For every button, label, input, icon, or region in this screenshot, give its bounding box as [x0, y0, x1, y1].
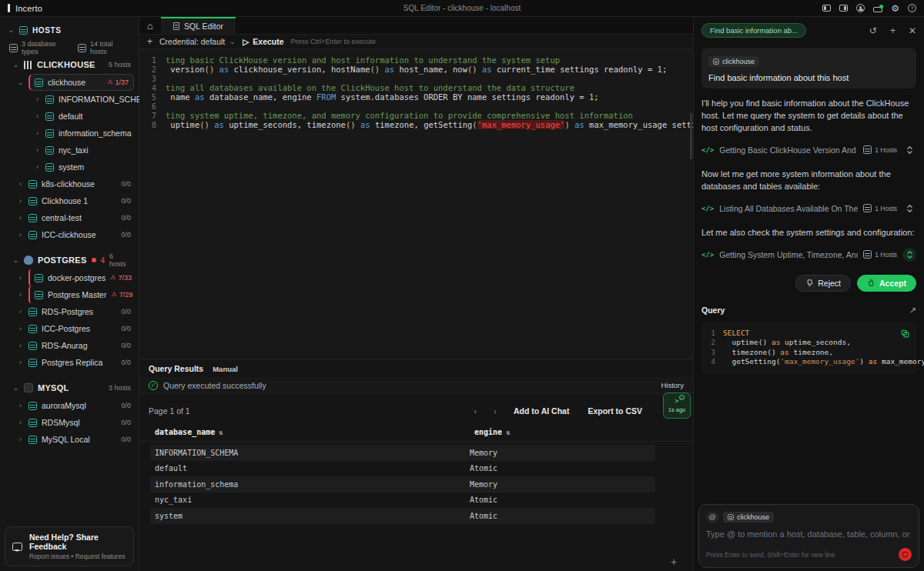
sidebar-group-clickhouse[interactable]: ⌄ CLICKHOUSE 5 hosts [0, 55, 139, 74]
hosts-count-badge: 1 Hosts [863, 145, 897, 154]
sidebar-db-information-schema-upper[interactable]: › INFORMATION_SCHEMA [0, 91, 139, 108]
sidebar-host-auroramysql[interactable]: › auroraMysql 0/0 [0, 397, 139, 414]
close-icon[interactable]: ✕ [909, 25, 916, 36]
chevron-right-icon[interactable]: › [17, 198, 24, 205]
chevron-right-icon[interactable]: › [17, 275, 24, 282]
chat-input-box[interactable]: @ clickhouse Press Enter to send, Shift+… [698, 504, 919, 568]
expand-chevrons-icon[interactable] [902, 202, 916, 215]
chevron-right-icon[interactable]: › [17, 402, 24, 409]
add-to-ai-chat-button[interactable]: Add to AI Chat [514, 406, 570, 416]
sidebar-host-k8s-clickhouse[interactable]: › k8s-clickhouse 0/0 [0, 175, 139, 192]
connection-status-icon[interactable] [873, 7, 882, 12]
sidebar-db-default[interactable]: › default [0, 108, 139, 125]
sidebar-db-nyc-taxi[interactable]: › nyc_taxi [0, 142, 139, 159]
query-status-bar: ✓ Query executed successfully [139, 377, 693, 394]
sidebar-host-icc-postgres[interactable]: › ICC-Postgres 0/0 [0, 320, 139, 337]
chevron-down-icon[interactable]: ⌄ [12, 385, 19, 392]
chevron-right-icon[interactable]: › [34, 147, 41, 154]
help-icon[interactable]: ? [908, 4, 916, 12]
export-to-csv-button[interactable]: Export to CSV [588, 406, 642, 416]
sidebar-host-rdsmysql[interactable]: › RDSMysql 0/0 [0, 414, 139, 431]
chevron-right-icon[interactable]: › [17, 309, 24, 316]
chevron-right-icon[interactable]: › [34, 130, 41, 137]
chevron-right-icon[interactable]: › [17, 232, 24, 239]
execute-button[interactable]: ▷ Execute [243, 37, 283, 46]
warning-icon: ⚠ [110, 275, 116, 281]
sidebar-db-system[interactable]: › system [0, 159, 139, 175]
chevron-right-icon[interactable]: › [17, 215, 24, 222]
copy-icon[interactable] [900, 328, 910, 342]
expand-chevrons-icon[interactable] [902, 143, 916, 157]
sidebar-host-mysql-local[interactable]: › MySQL Local 0/0 [0, 431, 139, 448]
add-tab-button[interactable]: + [147, 36, 152, 47]
sidebar-host-clickhouse[interactable]: ⌄ clickhouse ⚠ 1/37 [0, 74, 139, 91]
chevron-right-icon[interactable]: › [17, 342, 24, 349]
host-context-chip[interactable]: clickhouse [708, 56, 759, 67]
sidebar-host-rds-anurag[interactable]: › RDS-Anurag 0/0 [0, 337, 139, 354]
table-row[interactable]: nyc_taxi Atomic [150, 493, 655, 509]
results-mode-tab[interactable]: Manual [213, 365, 238, 373]
chevron-right-icon[interactable]: › [17, 359, 24, 366]
conversation-title-pill[interactable]: Find basic information ab... [701, 23, 806, 38]
sidebar-host-clickhouse-1[interactable]: › Clickhouse 1 0/0 [0, 192, 139, 209]
sort-icon[interactable]: ⇅ [506, 429, 510, 436]
tool-call-1[interactable]: </> Getting Basic ClickHouse Version And… [701, 141, 916, 159]
feedback-button[interactable]: Need Help? Share Feedback Report issues … [5, 526, 134, 566]
host-context-chip[interactable]: clickhouse [723, 512, 774, 523]
chevron-right-icon[interactable]: › [17, 181, 24, 188]
tab-sql-editor[interactable]: SQL Editor [161, 17, 236, 34]
sidebar-host-postgres-replica[interactable]: › Postgres Replica 0/0 [0, 354, 139, 371]
chat-text-input[interactable] [706, 529, 912, 539]
tool-call-2[interactable]: </> Listing All Databases Available On T… [701, 199, 916, 218]
chevron-right-icon[interactable]: › [17, 326, 24, 332]
mention-at-icon[interactable]: @ [706, 511, 718, 523]
accept-button[interactable]: Accept [857, 275, 916, 292]
stop-button[interactable] [899, 548, 912, 561]
sort-icon[interactable]: ⇅ [219, 429, 223, 436]
database-icon [35, 274, 43, 282]
table-row[interactable]: INFORMATION_SCHEMA Memory [150, 445, 655, 461]
chevron-right-icon[interactable]: › [34, 113, 41, 120]
column-database-name[interactable]: database_name [155, 428, 215, 436]
credential-selector[interactable]: Credential: default ⌄ [159, 37, 236, 46]
new-chat-icon[interactable]: + [890, 25, 896, 36]
open-in-editor-icon[interactable]: ↗ [909, 306, 916, 316]
chevron-right-icon[interactable]: › [17, 292, 24, 299]
chevron-right-icon[interactable]: › [34, 164, 41, 171]
sidebar-group-postgres[interactable]: ⌄ POSTGRES 4 6 hosts [0, 251, 139, 269]
editor-scrollbar[interactable] [690, 113, 692, 159]
sidebar-hosts-header[interactable]: ⌄ HOSTS [0, 22, 139, 38]
database-icon [45, 95, 54, 104]
sidebar-host-rds-postgres[interactable]: › RDS-Postgres 0/0 [0, 303, 139, 320]
toggle-left-panel-icon[interactable] [822, 5, 831, 12]
add-new-button[interactable]: + [671, 556, 677, 568]
chat-history-icon[interactable]: ↺ [869, 25, 877, 36]
tool-call-3[interactable]: </> Getting System Uptime, Timezone, And… [701, 245, 916, 264]
sql-code-editor[interactable]: 1ting basic ClickHouse version and host … [139, 49, 693, 359]
sidebar-host-postgres-master[interactable]: › Postgres Master ⚠ 7/29 [0, 286, 139, 303]
next-page-button[interactable]: › [494, 406, 497, 416]
sidebar-host-icc-clickhouse[interactable]: › ICC-clickhouse 0/0 [0, 226, 139, 243]
expand-chevrons-icon[interactable] [902, 248, 916, 262]
chevron-right-icon[interactable]: › [17, 436, 24, 443]
reject-button[interactable]: Reject [795, 275, 851, 292]
sidebar-host-central-test[interactable]: › central-test 0/0 [0, 209, 139, 226]
table-row[interactable]: information_schema Memory [150, 476, 655, 493]
table-row[interactable]: system Atomic [150, 508, 655, 524]
prev-page-button[interactable]: ‹ [474, 406, 477, 416]
chevron-right-icon[interactable]: › [17, 419, 24, 426]
sidebar-group-mysql[interactable]: ⌄ MYSQL 3 hosts [0, 379, 139, 397]
chevron-down-icon[interactable]: ⌄ [17, 79, 24, 86]
column-engine[interactable]: engine [474, 428, 502, 436]
sidebar-db-information-schema[interactable]: › information_schema [0, 125, 139, 142]
table-row[interactable]: default Atomic [150, 461, 655, 477]
toggle-right-panel-icon[interactable] [839, 5, 848, 12]
user-account-icon[interactable] [856, 4, 865, 12]
chevron-down-icon[interactable]: ⌄ [8, 27, 15, 34]
home-button[interactable]: ⌂ [139, 17, 161, 34]
chevron-right-icon[interactable]: › [34, 96, 41, 103]
chevron-down-icon[interactable]: ⌄ [12, 62, 19, 68]
sidebar-host-docker-postgres[interactable]: › docker-postgres ⚠ 7/33 [0, 269, 139, 286]
chevron-down-icon[interactable]: ⌄ [12, 257, 19, 264]
settings-gear-icon[interactable]: ⚙ [891, 4, 899, 13]
